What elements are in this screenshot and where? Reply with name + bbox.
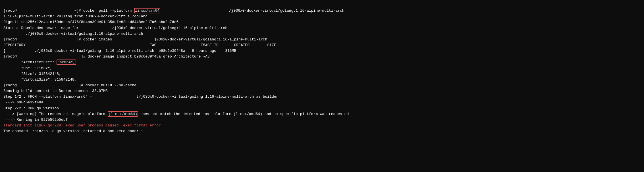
terminal-line: [root@ ]# docker build --no-cache . bbox=[3, 83, 641, 88]
terminal-text: standard_init_linux.go:228: exec user pr… bbox=[3, 123, 161, 128]
terminal-line: [ ./j036x0-docker-virtual/golang 1.16-al… bbox=[3, 48, 641, 54]
terminal-text: ~]# docker pull --platform= bbox=[61, 9, 134, 13]
terminal-line: [root@ ]# docker images j036x0-docker-vi… bbox=[3, 37, 641, 42]
terminal-text: [root@ bbox=[3, 54, 17, 59]
terminal-text: "Os": "linux", bbox=[3, 66, 52, 70]
terminal-text: The command '/bin/sh -c go version' retu… bbox=[3, 129, 143, 133]
terminal-text: REPOSITORY bbox=[3, 43, 26, 47]
terminal-line: REPOSITORY TAG IMAGE ID CREATED SIZE bbox=[3, 42, 641, 48]
terminal-text bbox=[81, 26, 88, 30]
terminal-text bbox=[17, 9, 39, 13]
terminal-text: "Architecture": bbox=[3, 60, 57, 64]
terminal-text bbox=[112, 37, 134, 42]
terminal-text: [root@ bbox=[3, 37, 17, 42]
terminal-text bbox=[6, 49, 26, 53]
terminal-window: [root@ ~]# docker pull --platform=linux/… bbox=[0, 0, 644, 136]
terminal-text: j036x0-docker-virtual/golang:1.16-alpine… bbox=[145, 37, 267, 42]
terminal-line: Status: Downloaded newer image for ./j03… bbox=[3, 25, 641, 31]
terminal-line: "VirtualSize": 315842148, bbox=[3, 77, 641, 83]
terminal-line: Step 1/2 : FROM --platform=linux/arm64 -… bbox=[3, 94, 641, 100]
terminal-text bbox=[30, 37, 48, 42]
terminal-text: Status: Downloaded newer image for bbox=[3, 26, 81, 30]
terminal-text bbox=[23, 54, 41, 59]
terminal-text bbox=[17, 37, 30, 42]
terminal-line: ./j036x0-docker-virtual/golang:1.16-alpi… bbox=[3, 31, 641, 37]
terminal-line: Digest: sha256:12e4a1c160dcbeaf476f8d4ba… bbox=[3, 19, 641, 25]
terminal-text bbox=[41, 83, 72, 87]
terminal-text bbox=[3, 32, 12, 36]
terminal-line: ---> Running in 927b562b5ebf bbox=[3, 117, 641, 123]
terminal-text: [root@ bbox=[3, 9, 17, 13]
terminal-text: "Size": 315842148, bbox=[3, 72, 61, 76]
terminal-line: ---> b98c6e39f48a bbox=[3, 100, 641, 105]
terminal-text bbox=[97, 26, 110, 30]
terminal-text bbox=[88, 26, 96, 30]
terminal-text bbox=[41, 54, 72, 59]
terminal-text bbox=[134, 37, 145, 42]
terminal-text bbox=[160, 9, 180, 13]
terminal-line: standard_init_linux.go:228: exec user pr… bbox=[3, 123, 641, 128]
terminal-text: ---> Running in 927b562b5ebf bbox=[3, 118, 68, 122]
terminal-text: ]# docker images bbox=[68, 37, 112, 42]
terminal-line: The command '/bin/sh -c go version' retu… bbox=[3, 128, 641, 134]
highlighted-text: "arm64", bbox=[57, 60, 76, 65]
terminal-text: does not match the detected host platfor… bbox=[138, 112, 349, 116]
terminal-text: ---> b98c6e39f48a bbox=[3, 100, 43, 105]
terminal-text: ]# docker build --no-cache . bbox=[72, 83, 141, 87]
terminal-text: .]# docker image inspect b98c6e39f48a|gr… bbox=[72, 54, 210, 59]
terminal-text: t/j036x0-docker-virtual/golang:1.16-alpi… bbox=[97, 95, 279, 99]
terminal-text bbox=[92, 95, 97, 99]
terminal-text: ./j036x0-docker-virtual/golang 1.16-alpi… bbox=[26, 49, 236, 53]
terminal-line: Sending build context to Docker daemon 3… bbox=[3, 88, 641, 94]
terminal-text bbox=[48, 37, 68, 42]
terminal-text: /j036x0-docker-virtual/golang:1.16-alpin… bbox=[180, 9, 344, 13]
terminal-line: 1.16-alpine-multi-arch: Pulling from j03… bbox=[3, 14, 641, 19]
terminal-text: TAG IMAGE ID CREATED SIZE bbox=[26, 43, 276, 47]
terminal-text: ./j036x0-docker-virtual/golang:1.16-alpi… bbox=[12, 32, 143, 36]
terminal-line: [root@ ~]# docker pull --platform=linux/… bbox=[3, 8, 641, 14]
terminal-text bbox=[17, 54, 23, 59]
terminal-text: ./j036x0-docker-virtual/golang:1.16-alpi… bbox=[110, 26, 227, 30]
terminal-text: Digest: sha256:12e4a1c160dcbeaf476f8d4ba… bbox=[3, 20, 178, 24]
terminal-text: Step 1/2 : FROM --platform=linux/arm64 - bbox=[3, 95, 92, 99]
highlighted-text: (linux/arm64) bbox=[108, 111, 138, 117]
terminal-text: [ bbox=[3, 49, 6, 53]
terminal-text bbox=[17, 83, 23, 87]
terminal-line: Step 2/2 : RUN go version bbox=[3, 106, 641, 111]
terminal-line: "Os": "linux", bbox=[3, 65, 641, 71]
terminal-text bbox=[39, 9, 61, 13]
terminal-text: ---> [Warning] The requested image's pla… bbox=[3, 112, 108, 116]
highlighted-text: linux/arm64 bbox=[134, 8, 160, 13]
terminal-line: "Architecture": "arm64", bbox=[3, 60, 641, 65]
terminal-line: "Size": 315842148, bbox=[3, 71, 641, 77]
terminal-line: [root@ .]# docker image inspect b98c6e39… bbox=[3, 54, 641, 60]
terminal-text: Sending build context to Docker daemon 3… bbox=[3, 89, 108, 93]
terminal-text bbox=[23, 83, 41, 87]
terminal-text: "VirtualSize": 315842148, bbox=[3, 77, 76, 82]
terminal-text: [root@ bbox=[3, 83, 17, 87]
terminal-text: Step 2/2 : RUN go version bbox=[3, 106, 59, 110]
terminal-text: 1.16-alpine-multi-arch: Pulling from j03… bbox=[3, 14, 148, 19]
terminal-line: ---> [Warning] The requested image's pla… bbox=[3, 111, 641, 117]
